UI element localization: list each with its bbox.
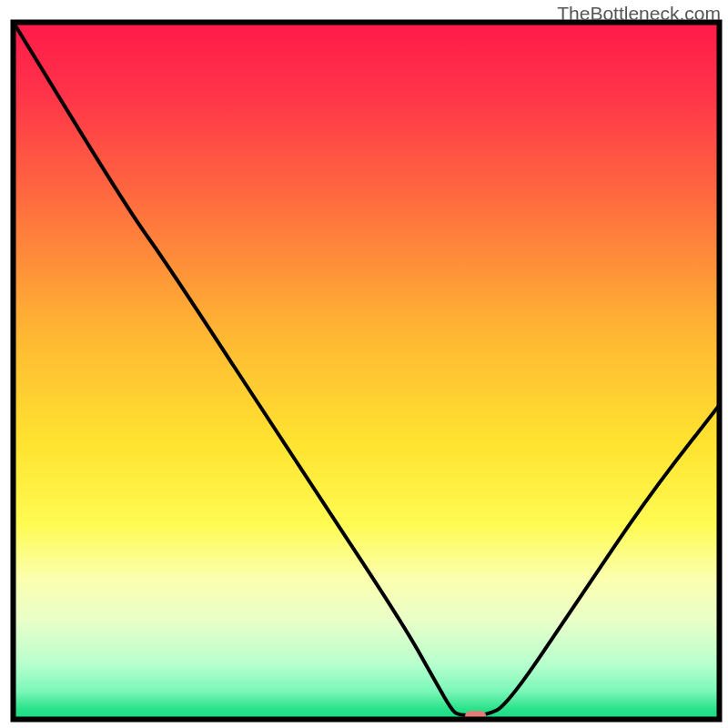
watermark-text: TheBottleneck.com — [557, 3, 721, 25]
plot-background — [14, 23, 719, 719]
chart-container: TheBottleneck.com — [0, 0, 728, 728]
chart-svg — [0, 0, 728, 728]
